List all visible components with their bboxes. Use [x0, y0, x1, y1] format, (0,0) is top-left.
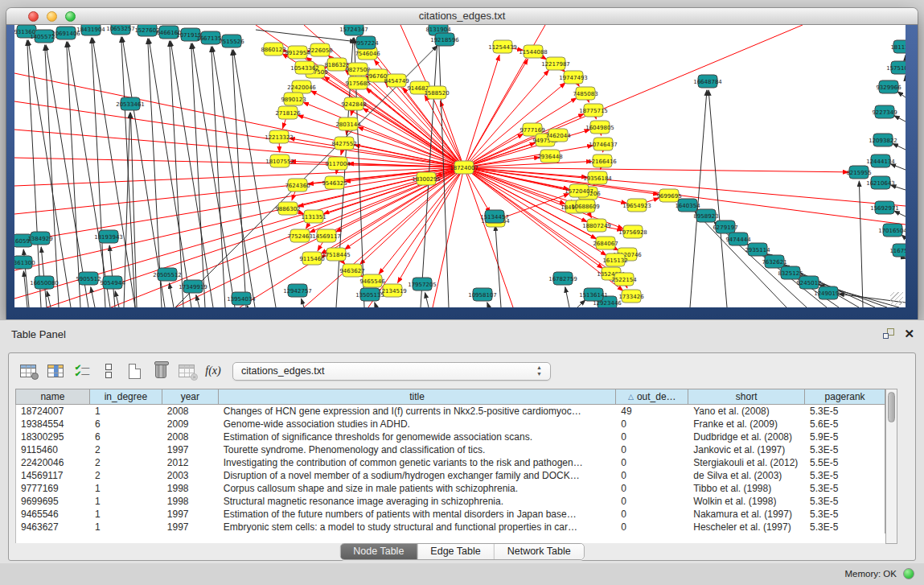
import-table-icon[interactable]: ×: [175, 360, 198, 382]
table-row[interactable]: 1872400712008Changes of HCN gene express…: [16, 405, 885, 418]
table-row[interactable]: 946362711997Embryonic stem cells: a mode…: [16, 521, 885, 534]
table-cell[interactable]: 1997: [162, 443, 219, 456]
network-node[interactable]: 2226058: [307, 43, 332, 56]
network-node[interactable]: 16210643: [866, 176, 895, 189]
row-height-icon[interactable]: [97, 360, 120, 382]
network-node[interactable]: 8215955: [846, 166, 871, 179]
delete-table-icon[interactable]: [150, 360, 172, 382]
network-node[interactable]: 7515526: [219, 35, 244, 47]
column-header-name[interactable]: name: [16, 389, 90, 404]
table-cell[interactable]: 0: [616, 508, 688, 521]
table-cell[interactable]: Yano et al. (2008): [688, 405, 805, 418]
network-canvas[interactable]: 1872400718300295193845548860123891295422…: [14, 25, 906, 307]
network-node[interactable]: 7752463: [287, 229, 312, 242]
table-row[interactable]: 1830029562008Estimation of significance …: [16, 431, 885, 443]
table-cell[interactable]: Genome-wide association studies in ADHD.: [219, 418, 617, 431]
table-cell[interactable]: Corpus callosum shape and size in male p…: [219, 482, 617, 495]
table-cell[interactable]: Estimation of significance thresholds fo…: [219, 431, 617, 443]
table-cell[interactable]: 2003: [162, 469, 219, 482]
table-settings-icon[interactable]: [17, 360, 39, 382]
network-node[interactable]: 1733426: [618, 290, 644, 303]
network-node[interactable]: 18193943: [94, 230, 123, 243]
table-row[interactable]: 1456911722003Disruption of a novel membe…: [16, 469, 885, 482]
close-window-button[interactable]: [28, 11, 39, 22]
network-node[interactable]: 17957205: [408, 278, 437, 290]
table-cell[interactable]: Franke et al. (2009): [688, 418, 805, 431]
table-cell[interactable]: 49: [616, 405, 688, 418]
select-rows-icon[interactable]: ✔—✔—: [71, 360, 93, 382]
table-cell[interactable]: 5.3E-5: [805, 405, 885, 418]
network-node[interactable]: 1640354: [675, 199, 700, 212]
network-node[interactable]: 12942757: [283, 284, 312, 297]
table-cell[interactable]: Hescheler et al. (1997): [688, 521, 805, 534]
table-cell[interactable]: 0: [616, 431, 688, 443]
new-table-icon[interactable]: [123, 360, 146, 382]
network-node[interactable]: 10746437: [589, 138, 618, 150]
table-cell[interactable]: 1998: [162, 482, 219, 495]
network-node[interactable]: 16782759: [548, 272, 577, 285]
table-cell[interactable]: 2008: [162, 405, 219, 418]
table-cell[interactable]: 6: [90, 431, 162, 443]
table-cell[interactable]: 5.9E-5: [805, 431, 885, 443]
table-row[interactable]: 946554611997Estimation of the future num…: [16, 508, 885, 521]
network-node[interactable]: 9117004: [325, 157, 351, 170]
network-node[interactable]: 9227349: [872, 105, 897, 118]
function-builder-icon[interactable]: f(x): [202, 360, 224, 382]
table-cell[interactable]: 0: [616, 521, 688, 534]
network-node[interactable]: 16648784: [693, 75, 722, 88]
table-cell[interactable]: 5.3E-5: [805, 443, 885, 456]
network-node[interactable]: 18807249: [582, 219, 611, 232]
table-cell[interactable]: 5.5E-5: [805, 456, 885, 469]
column-header-pagerank[interactable]: pagerank: [805, 389, 885, 404]
network-node[interactable]: 7485083: [573, 87, 598, 100]
network-node[interactable]: 9886302: [275, 202, 300, 215]
network-node[interactable]: 8427552: [331, 137, 356, 150]
table-cell[interactable]: 0: [616, 469, 688, 482]
network-node[interactable]: 11254439: [488, 40, 517, 53]
resize-grip-icon[interactable]: [890, 292, 903, 305]
minimize-window-button[interactable]: [47, 11, 57, 22]
network-node[interactable]: 8454749: [384, 74, 409, 87]
tab-edge-table[interactable]: Edge Table: [417, 544, 494, 559]
network-node[interactable]: 19756928: [618, 225, 647, 238]
network-node[interactable]: 16049805: [585, 121, 614, 134]
network-node[interactable]: 8325125: [778, 266, 803, 279]
network-node[interactable]: 9474444: [725, 233, 751, 245]
network-node[interactable]: 15724347: [339, 25, 368, 35]
column-settings-icon[interactable]: [44, 360, 67, 382]
network-node[interactable]: 1811304: [890, 40, 906, 53]
table-selector[interactable]: citations_edges.txt ▲▼: [232, 362, 551, 381]
table-row[interactable]: 911546021997Tourette syndrome. Phenomeno…: [16, 443, 885, 456]
column-header-title[interactable]: title: [219, 389, 617, 404]
scrollbar-thumb[interactable]: [888, 392, 895, 422]
network-node[interactable]: 9245012: [796, 276, 821, 289]
network-node[interactable]: 11544088: [519, 45, 548, 58]
table-cell[interactable]: 2009: [162, 418, 219, 431]
network-node[interactable]: 9465546: [359, 274, 385, 287]
network-node[interactable]: 8912954: [285, 46, 310, 59]
table-cell[interactable]: 9777169: [16, 482, 90, 495]
table-cell[interactable]: 0: [616, 443, 688, 456]
network-node[interactable]: 17016504: [878, 224, 906, 237]
table-cell[interactable]: 0: [616, 418, 688, 431]
table-row[interactable]: 1938455462009Genome-wide association stu…: [16, 418, 885, 431]
network-node[interactable]: 15751074: [886, 61, 906, 74]
table-cell[interactable]: Jankovic et al. (1997): [688, 443, 805, 456]
table-cell[interactable]: 1998: [162, 495, 219, 508]
network-node[interactable]: 1588520: [424, 86, 449, 99]
network-node[interactable]: 19747493: [559, 71, 588, 84]
table-cell[interactable]: Structural magnetic resonance image aver…: [219, 495, 617, 508]
tab-node-table[interactable]: Node Table: [340, 544, 417, 559]
table-cell[interactable]: 5.3E-5: [805, 508, 885, 521]
network-node[interactable]: 9175685: [345, 76, 370, 89]
network-node[interactable]: 9890123: [281, 93, 306, 105]
table-row[interactable]: 969969511998Structural magnetic resonanc…: [16, 495, 885, 508]
network-node[interactable]: 5905512: [76, 272, 101, 285]
table-cell[interactable]: 1997: [162, 521, 219, 534]
table-cell[interactable]: 5.3E-5: [805, 521, 885, 534]
table-cell[interactable]: 6: [90, 418, 162, 431]
network-node[interactable]: 18775715: [579, 104, 608, 117]
network-node[interactable]: 9361300: [14, 256, 35, 269]
table-cell[interactable]: Estimation of the future numbers of pati…: [219, 508, 617, 521]
zoom-window-button[interactable]: [65, 11, 76, 22]
